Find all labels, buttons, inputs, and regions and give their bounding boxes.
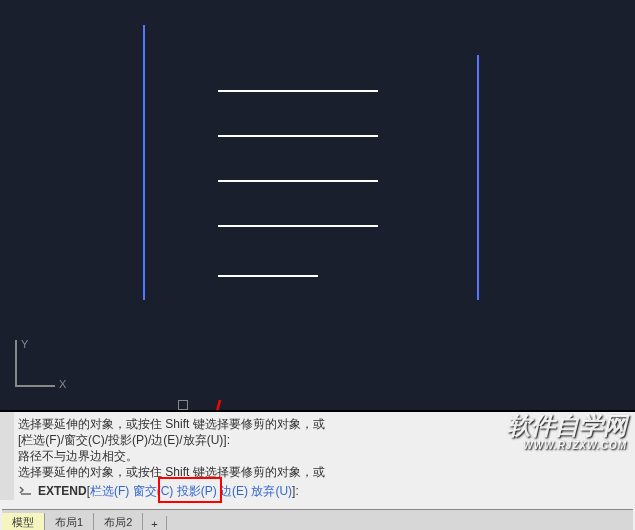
option-edge[interactable]: 边(E) bbox=[220, 483, 248, 500]
drawing-canvas[interactable]: Y X bbox=[0, 0, 635, 405]
option-undo[interactable]: 放弃(U) bbox=[251, 483, 292, 500]
command-icon bbox=[18, 485, 34, 497]
ucs-x-label: X bbox=[59, 378, 66, 390]
layout-tabs: 模型 布局1 布局2 + bbox=[2, 509, 633, 530]
command-line[interactable]: EXTEND [ 栏选(F) 窗交(C) 投影(P) 边(E) 放弃(U) ]: bbox=[18, 482, 299, 500]
command-history: 选择要延伸的对象，或按住 Shift 键选择要修剪的对象，或 [栏选(F)/窗交… bbox=[18, 416, 325, 480]
command-scrollbar[interactable] bbox=[0, 412, 14, 500]
geometry-horizontal-line[interactable] bbox=[218, 225, 378, 227]
option-crossing[interactable]: 窗交(C) bbox=[133, 483, 174, 500]
geometry-horizontal-line[interactable] bbox=[218, 180, 378, 182]
tab-layout1[interactable]: 布局1 bbox=[45, 513, 94, 530]
geometry-vertical-line-right[interactable] bbox=[477, 55, 479, 300]
tab-add[interactable]: + bbox=[143, 516, 166, 530]
command-history-line: [栏选(F)/窗交(C)/投影(P)/边(E)/放弃(U)]: bbox=[18, 432, 325, 448]
command-name: EXTEND bbox=[38, 484, 87, 498]
selection-grip[interactable] bbox=[178, 400, 188, 410]
watermark-url: WWW.RJZXW.COM bbox=[507, 440, 627, 451]
ucs-y-label: Y bbox=[21, 338, 28, 350]
command-history-line: 路径不与边界边相交。 bbox=[18, 448, 325, 464]
watermark-title: 软件自学网 bbox=[507, 412, 627, 439]
option-fence[interactable]: 栏选(F) bbox=[90, 483, 129, 500]
geometry-vertical-line-left[interactable] bbox=[143, 25, 145, 300]
geometry-horizontal-line[interactable] bbox=[218, 275, 318, 277]
option-project[interactable]: 投影(P) bbox=[177, 483, 217, 500]
geometry-horizontal-line[interactable] bbox=[218, 90, 378, 92]
command-history-line: 选择要延伸的对象，或按住 Shift 键选择要修剪的对象，或 bbox=[18, 464, 325, 480]
watermark: 软件自学网 WWW.RJZXW.COM bbox=[507, 410, 627, 451]
tab-model[interactable]: 模型 bbox=[2, 513, 45, 530]
geometry-horizontal-line[interactable] bbox=[218, 135, 378, 137]
command-history-line: 选择要延伸的对象，或按住 Shift 键选择要修剪的对象，或 bbox=[18, 416, 325, 432]
tab-layout2[interactable]: 布局2 bbox=[94, 513, 143, 530]
